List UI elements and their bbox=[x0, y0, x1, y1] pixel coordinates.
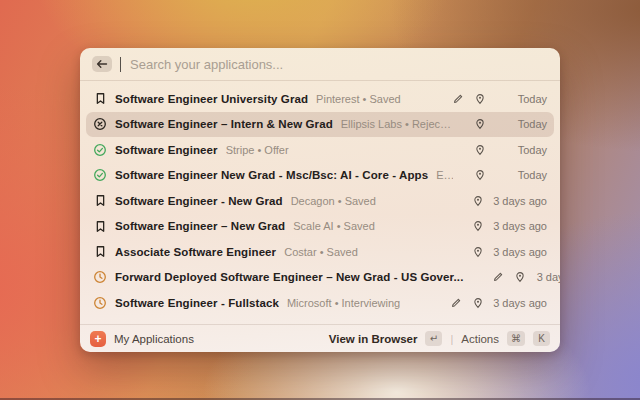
footer-bar: + My Applications View in Browser ↵ | Ac… bbox=[80, 325, 560, 352]
application-title: Software Engineer – New Grad bbox=[115, 220, 285, 232]
application-title: Software Engineer - New Grad bbox=[115, 195, 283, 207]
application-date: Today bbox=[495, 144, 547, 156]
application-title: Software Engineer bbox=[115, 144, 218, 156]
location-pin-icon bbox=[471, 245, 484, 258]
app-label: My Applications bbox=[114, 333, 194, 345]
rejected-circle-x-icon bbox=[93, 117, 107, 131]
location-pin-icon bbox=[471, 194, 484, 207]
application-date: Today bbox=[495, 118, 547, 130]
application-title: Software Engineer – Intern & New Grad bbox=[115, 118, 333, 130]
actions-button[interactable]: Actions bbox=[461, 333, 499, 345]
application-subtitle: Scale AI • Saved bbox=[293, 220, 375, 232]
search-bar: Search your applications... bbox=[80, 48, 560, 80]
location-pin-icon bbox=[473, 143, 486, 156]
bookmark-icon bbox=[93, 245, 107, 259]
location-pin-icon bbox=[471, 296, 484, 309]
application-date: Today bbox=[495, 93, 547, 105]
pencil-icon bbox=[449, 296, 462, 309]
application-subtitle: Ellipsis Labs • Rejected bbox=[341, 118, 453, 130]
application-date: 3 days ago bbox=[493, 195, 547, 207]
list-item[interactable]: Forward Deployed Software Engineer – New… bbox=[86, 265, 554, 291]
applications-list: Software Engineer University Grad Pinter… bbox=[80, 81, 560, 324]
bookmark-icon bbox=[93, 194, 107, 208]
application-title: Software Engineer University Grad bbox=[115, 93, 308, 105]
application-subtitle: Decagon • Saved bbox=[291, 195, 376, 207]
plus-app-icon: + bbox=[90, 331, 106, 347]
location-pin-icon bbox=[473, 169, 486, 182]
application-title: Forward Deployed Software Engineer – New… bbox=[115, 271, 463, 283]
text-cursor bbox=[120, 57, 121, 72]
application-subtitle: Pinterest • Saved bbox=[316, 93, 401, 105]
return-key-badge: ↵ bbox=[425, 331, 442, 346]
application-subtitle: Eluvio • Offer bbox=[436, 169, 453, 181]
application-subtitle: Stripe • Offer bbox=[226, 144, 289, 156]
pencil-icon bbox=[491, 271, 504, 284]
search-input[interactable]: Search your applications... bbox=[130, 57, 283, 72]
bookmark-icon bbox=[93, 92, 107, 106]
application-date: 3 days ago bbox=[493, 297, 547, 309]
application-subtitle: Microsoft • Interviewing bbox=[287, 297, 400, 309]
location-pin-icon bbox=[513, 271, 526, 284]
list-item[interactable]: Software Engineer Stripe • Offer Today bbox=[86, 137, 554, 163]
application-date: 3 days ago bbox=[493, 246, 547, 258]
offer-check-circle-icon bbox=[93, 143, 107, 157]
list-item[interactable]: Software Engineer – New Grad Scale AI • … bbox=[86, 214, 554, 240]
interviewing-clock-icon bbox=[93, 270, 107, 284]
back-button[interactable] bbox=[92, 56, 112, 72]
application-date: 3 days a... bbox=[535, 271, 560, 283]
list-item-selected[interactable]: Software Engineer – Intern & New Grad El… bbox=[86, 112, 554, 138]
application-date: 3 days ago bbox=[493, 220, 547, 232]
offer-check-circle-icon bbox=[93, 168, 107, 182]
application-title: Software Engineer - Fullstack bbox=[115, 297, 279, 309]
list-item[interactable]: Associate Software Engineer Costar • Sav… bbox=[86, 239, 554, 265]
application-title: Software Engineer New Grad - Msc/Bsc: AI… bbox=[115, 169, 428, 181]
footer-separator: | bbox=[450, 333, 453, 345]
location-pin-icon bbox=[473, 92, 486, 105]
application-subtitle: Costar • Saved bbox=[284, 246, 358, 258]
cmd-key-badge: ⌘ bbox=[507, 331, 525, 346]
list-item[interactable]: Software Engineer New Grad - Msc/Bsc: AI… bbox=[86, 163, 554, 189]
list-item[interactable]: Software Engineer - New Grad Decagon • S… bbox=[86, 188, 554, 214]
list-item[interactable]: Software Engineer University Grad Pinter… bbox=[86, 86, 554, 112]
application-date: Today bbox=[495, 169, 547, 181]
location-pin-icon bbox=[471, 220, 484, 233]
applications-palette-window: Search your applications... Software Eng… bbox=[80, 48, 560, 352]
interviewing-clock-icon bbox=[93, 296, 107, 310]
arrow-left-icon bbox=[96, 59, 108, 69]
application-title: Associate Software Engineer bbox=[115, 246, 276, 258]
list-item[interactable]: Software Engineer - Fullstack Microsoft … bbox=[86, 290, 554, 316]
k-key-badge: K bbox=[533, 331, 550, 346]
pencil-icon bbox=[451, 92, 464, 105]
view-in-browser-button[interactable]: View in Browser bbox=[329, 333, 418, 345]
location-pin-icon bbox=[473, 118, 486, 131]
bookmark-icon bbox=[93, 219, 107, 233]
